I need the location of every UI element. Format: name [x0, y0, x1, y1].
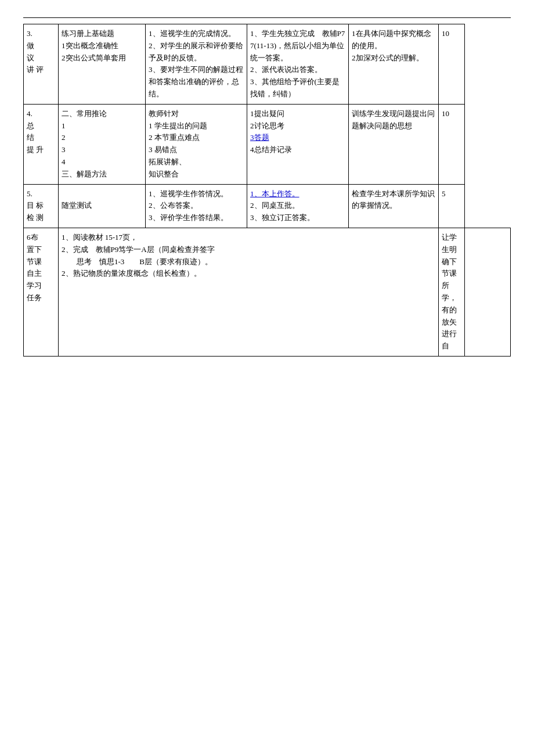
row2-col4-text3: 4总结并记录 [250, 145, 292, 154]
row1-col3: 1、巡视学生的完成情况。 2、对学生的展示和评价要给予及时的反馈。 3、要对学生… [146, 24, 247, 105]
row2-col1: 4. 总 结 提 升 [24, 104, 59, 184]
row1-col5: 1在具体问题中探究概念的使用。 2加深对公式的理解。 [349, 24, 439, 105]
row3-col2: 随堂测试 [59, 184, 146, 228]
table-row: 5. 目 标 检 测 随堂测试 1、巡视学生作答情况。 2、公布答案。 3、评价… [24, 184, 511, 228]
table-row: 4. 总 结 提 升 二、常用推论 1 2 3 4 三、解题方法 教师针对 1 … [24, 104, 511, 184]
row4-col2-5: 1、阅读教材 15-17页， 2、完成 教辅P9笃学一A层（同桌检查并签字 思考… [59, 228, 439, 356]
row3-col1: 5. 目 标 检 测 [24, 184, 59, 228]
table-row: 6布 置下 节课 自主 学习 任务 1、阅读教材 15-17页， 2、完成 教辅… [24, 228, 511, 356]
row3-col4: 1、本上作答。 2、同桌互批。 3、独立订正答案。 [247, 184, 349, 228]
row2-col4-text2: 2讨论思考 [250, 121, 284, 130]
row1-col1: 3. 做 议 讲 评 [24, 24, 59, 105]
row2-col6: 10 [439, 104, 465, 184]
row4-col6 [465, 228, 511, 356]
row1-col6: 10 [439, 24, 465, 105]
table-row: 3. 做 议 讲 评 练习册上基础题 1突出概念准确性 2突出公式简单套用 1、… [24, 24, 511, 105]
lesson-plan-table: 3. 做 议 讲 评 练习册上基础题 1突出概念准确性 2突出公式简单套用 1、… [23, 24, 511, 357]
row1-col4: 1、学生先独立完成 教辅P77(11-13)，然后以小组为单位统一答案。 2、派… [247, 24, 349, 105]
top-divider [23, 17, 511, 18]
row3-col4-link[interactable]: 1、本上作答。 [250, 189, 300, 198]
row1-col2: 练习册上基础题 1突出概念准确性 2突出公式简单套用 [59, 24, 146, 105]
row2-col2: 二、常用推论 1 2 3 4 三、解题方法 [59, 104, 146, 184]
row3-col5: 检查学生对本课所学知识的掌握情况。 [349, 184, 439, 228]
row3-col4-text2: 3、独立订正答案。 [250, 213, 315, 222]
row2-col5: 训练学生发现问题提出问题解决问题的思想 [349, 104, 439, 184]
row2-col4: 1提出疑问 2讨论思考 3答题 4总结并记录 [247, 104, 349, 184]
row3-col3: 1、巡视学生作答情况。 2、公布答案。 3、评价学生作答结果。 [146, 184, 247, 228]
row3-col4-text1: 2、同桌互批。 [250, 201, 300, 210]
row2-col4-text1: 1提出疑问 [250, 109, 284, 118]
row4-col1: 6布 置下 节课 自主 学习 任务 [24, 228, 59, 356]
page-container: 3. 做 议 讲 评 练习册上基础题 1突出概念准确性 2突出公式简单套用 1、… [23, 12, 511, 357]
row2-col3: 教师针对 1 学生提出的问题 2 本节重点难点 3 易错点 拓展讲解、 知识整合 [146, 104, 247, 184]
row4-col5: 让学生明确下节课所学，有的放矢进行自 [439, 228, 465, 356]
row3-col6: 5 [439, 184, 465, 228]
row2-col4-link[interactable]: 3答题 [250, 133, 269, 142]
